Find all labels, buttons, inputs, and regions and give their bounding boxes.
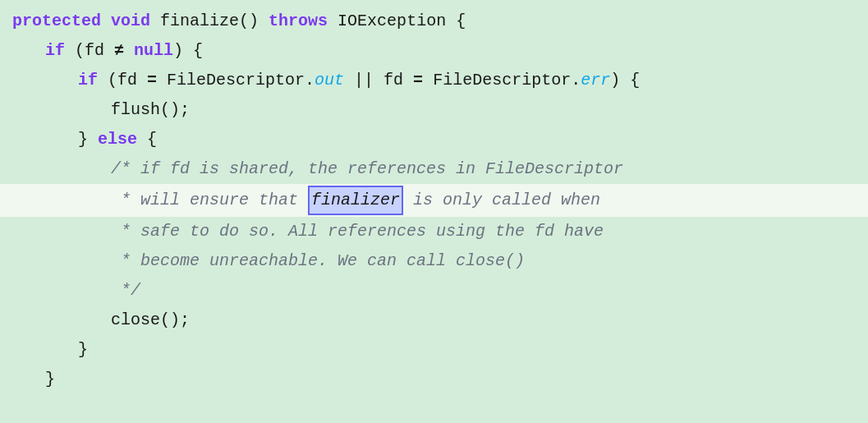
code-line-line11: close(); bbox=[0, 306, 868, 335]
operator-token: ≠ bbox=[114, 38, 124, 64]
plain-token: (fd bbox=[65, 38, 114, 64]
plain-token: || fd bbox=[344, 67, 413, 94]
comment-token: * safe to do so. All references using th… bbox=[111, 218, 604, 245]
code-line-line4: flush(); bbox=[0, 95, 868, 125]
code-line-line12: } bbox=[0, 335, 868, 365]
plain-token: close(); bbox=[111, 307, 190, 333]
code-line-line10: */ bbox=[0, 276, 868, 306]
code-line-line3: if (fd = FileDescriptor.out || fd = File… bbox=[0, 66, 868, 95]
keyword-token: if bbox=[45, 38, 65, 64]
comment-token: /* if fd is shared, the references in Fi… bbox=[111, 156, 623, 182]
code-line-line9: * become unreachable. We can call close(… bbox=[0, 246, 868, 276]
throws-keyword-token: throws bbox=[269, 8, 328, 34]
keyword-token: protected bbox=[12, 8, 101, 34]
plain-token: } bbox=[78, 337, 88, 363]
code-line-line1: protected void finalize() throws IOExcep… bbox=[0, 7, 868, 36]
comment-token: * will ensure that bbox=[111, 187, 308, 214]
code-line-line2: if (fd ≠ null) { bbox=[0, 36, 868, 66]
keyword-token: void bbox=[111, 8, 150, 34]
field-token: out bbox=[315, 67, 344, 94]
operator-token: = bbox=[413, 67, 423, 94]
keyword-token: else bbox=[98, 126, 137, 153]
comment-token: */ bbox=[111, 278, 140, 304]
field-token: err bbox=[581, 67, 610, 94]
code-line-line5: } else { bbox=[0, 125, 868, 154]
plain-token: } bbox=[45, 366, 55, 393]
code-line-line7: * will ensure that finalizer is only cal… bbox=[0, 184, 868, 217]
code-line-line8: * safe to do so. All references using th… bbox=[0, 217, 868, 246]
plain-token: ) { bbox=[610, 67, 640, 94]
plain-token: } bbox=[78, 126, 98, 153]
plain-token: ) { bbox=[173, 38, 203, 64]
plain-token: { bbox=[137, 126, 157, 153]
plain-token bbox=[124, 38, 134, 64]
comment-token: is only called when bbox=[403, 187, 600, 214]
code-editor: protected void finalize() throws IOExcep… bbox=[0, 0, 868, 423]
code-line-line13: } bbox=[0, 365, 868, 394]
comment-token: * become unreachable. We can call close(… bbox=[111, 248, 525, 274]
plain-token bbox=[101, 8, 111, 34]
highlighted-word[interactable]: finalizer bbox=[308, 186, 403, 215]
plain-token: FileDescriptor. bbox=[157, 67, 315, 94]
plain-token: finalize() bbox=[150, 8, 269, 34]
code-line-line6: /* if fd is shared, the references in Fi… bbox=[0, 154, 868, 184]
keyword-token: if bbox=[78, 67, 98, 94]
operator-token: = bbox=[147, 67, 157, 94]
plain-token: flush(); bbox=[111, 97, 190, 123]
plain-token: (fd bbox=[98, 67, 147, 94]
plain-token: IOException { bbox=[328, 8, 466, 34]
plain-token: FileDescriptor. bbox=[423, 67, 581, 94]
keyword-token: null bbox=[134, 38, 173, 64]
